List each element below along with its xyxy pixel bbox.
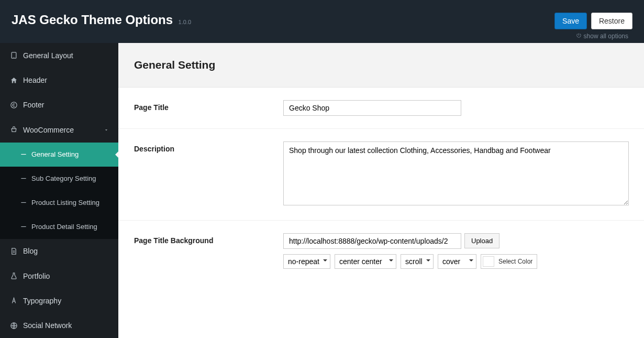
svg-rect-4 [21, 178, 26, 179]
bg-attachment-select[interactable]: scroll [401, 254, 434, 269]
color-swatch [483, 256, 494, 267]
background-url-input[interactable] [283, 233, 461, 249]
sidebar-sub-product-detail-setting[interactable]: Product Detail Setting [0, 215, 118, 239]
tablet-icon [9, 51, 18, 60]
upload-button[interactable]: Upload [464, 233, 499, 248]
sidebar-item-portfolio[interactable]: Portfolio [0, 264, 118, 288]
color-picker[interactable]: Select Color [481, 254, 537, 269]
sidebar-item-label: Header [23, 76, 47, 84]
sidebar-item-label: Product Listing Setting [31, 199, 99, 206]
field-page-title-background: Page Title Background Upload no-repeat c… [118, 221, 644, 281]
sidebar-item-label: Blog [23, 247, 38, 255]
show-all-options-link[interactable]: show all options [576, 32, 628, 40]
sidebar-sub-general-setting[interactable]: General Setting [0, 143, 118, 167]
main-panel: General Setting Page Title Description S… [118, 43, 644, 338]
sidebar-item-label: Social Network [23, 321, 72, 330]
sidebar-item-typography[interactable]: Typography [0, 288, 118, 313]
topbar-actions: Save Restore [554, 13, 632, 29]
field-label: Page Title [134, 100, 283, 116]
bg-position-select[interactable]: center center [335, 254, 396, 269]
sidebar-sub-product-listing-setting[interactable]: Product Listing Setting [0, 191, 118, 215]
minus-icon [20, 175, 27, 183]
power-icon [576, 32, 582, 40]
page-title-input[interactable] [283, 100, 461, 116]
sidebar-item-general-layout[interactable]: General Layout [0, 43, 118, 68]
brand-version: 1.0.0 [179, 19, 191, 25]
sidebar-item-label: General Setting [31, 150, 79, 158]
svg-rect-5 [21, 202, 26, 203]
basket-icon [9, 126, 18, 134]
copyright-icon [9, 101, 18, 109]
sidebar-item-label: Sub Category Setting [31, 175, 96, 182]
minus-icon [20, 199, 27, 207]
field-label: Description [134, 141, 283, 208]
bg-repeat-select[interactable]: no-repeat [283, 254, 330, 269]
select-color-label: Select Color [498, 258, 532, 265]
brand-title: JAS Gecko Theme Options [12, 13, 173, 27]
field-description: Description Shop through our latest coll… [118, 129, 644, 221]
svg-rect-6 [21, 226, 26, 227]
restore-button[interactable]: Restore [591, 13, 632, 29]
app-title: JAS Gecko Theme Options 1.0.0 [12, 13, 191, 27]
topbar: JAS Gecko Theme Options 1.0.0 Save Resto… [0, 0, 644, 43]
minus-icon [20, 150, 27, 159]
sidebar-item-woocommerce[interactable]: WooCommerce [0, 117, 118, 142]
home-icon [9, 76, 18, 84]
sidebar-item-label: Product Detail Setting [31, 223, 97, 231]
panel-title: General Setting [134, 59, 628, 71]
field-label: Page Title Background [134, 233, 283, 269]
sidebar-item-label: WooCommerce [23, 126, 74, 134]
svg-rect-3 [21, 154, 26, 155]
show-all-label: show all options [584, 32, 628, 40]
sidebar-item-label: General Layout [23, 51, 73, 60]
svg-point-2 [10, 102, 16, 108]
sidebar-item-social-network[interactable]: Social Network [0, 313, 118, 338]
sidebar: General Layout Header Footer WooCommerce… [0, 43, 118, 338]
description-textarea[interactable]: Shop through our latest collection Cloth… [283, 141, 629, 205]
font-icon [9, 297, 18, 305]
field-page-title: Page Title [118, 88, 644, 129]
sidebar-item-label: Footer [23, 101, 44, 109]
sidebar-item-label: Typography [23, 297, 61, 305]
woocommerce-submenu: General Setting Sub Category Setting Pro… [0, 143, 118, 239]
sidebar-item-footer[interactable]: Footer [0, 93, 118, 117]
flask-icon [9, 272, 18, 280]
sidebar-item-label: Portfolio [23, 272, 50, 280]
globe-icon [9, 321, 18, 330]
svg-point-1 [13, 57, 14, 58]
save-button[interactable]: Save [554, 13, 587, 29]
document-icon [9, 247, 18, 255]
sidebar-item-header[interactable]: Header [0, 68, 118, 92]
minus-icon [20, 223, 27, 231]
bg-size-select[interactable]: cover [438, 254, 476, 269]
sidebar-sub-sub-category-setting[interactable]: Sub Category Setting [0, 167, 118, 191]
chevron-down-icon [104, 126, 109, 134]
sidebar-item-blog[interactable]: Blog [0, 239, 118, 264]
panel-header: General Setting [118, 43, 644, 88]
